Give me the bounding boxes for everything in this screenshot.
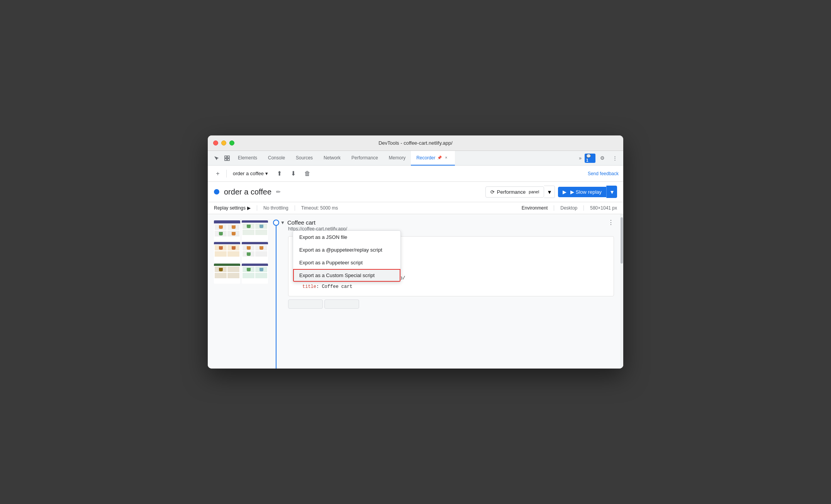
titlebar: DevTools - coffee-cart.netlify.app/: [208, 135, 623, 151]
screenshot-3[interactable]: [214, 242, 240, 262]
tab-performance[interactable]: Performance: [346, 151, 383, 166]
performance-panel-dropdown-button[interactable]: ▾: [544, 186, 555, 198]
inspect-icon[interactable]: [222, 153, 232, 164]
svg-rect-1: [227, 156, 229, 158]
recording-name: order a coffee: [233, 171, 264, 176]
settings-divider: [257, 205, 257, 211]
scrollbar[interactable]: [620, 214, 623, 369]
upload-icon: ⬆: [277, 170, 282, 177]
play-icon: ▶: [563, 189, 566, 195]
devtools-window: DevTools - coffee-cart.netlify.app/ Elem…: [208, 135, 623, 369]
export-button[interactable]: ⬆: [274, 168, 285, 179]
close-button[interactable]: [213, 140, 218, 145]
settings-divider-2: [295, 205, 295, 211]
env-divider: [554, 205, 554, 211]
settings-arrow-icon: ▶: [247, 205, 251, 211]
screenshot-panel: [208, 214, 270, 369]
tab-close-button[interactable]: ×: [443, 155, 449, 161]
delete-button[interactable]: 🗑: [302, 168, 313, 179]
export-json-item[interactable]: Export as a JSON file: [293, 231, 400, 244]
plus-icon: +: [216, 170, 219, 177]
export-custom-special-item[interactable]: Export as a Custom Special script: [293, 269, 400, 282]
trash-icon: 🗑: [304, 170, 310, 177]
timeline-dot: [273, 220, 279, 226]
svg-rect-3: [227, 159, 229, 161]
tabs-list: Elements Console Sources Network Perform…: [232, 151, 576, 166]
step-header-row: ▼ Coffee cart ⋮: [280, 219, 614, 226]
step-title: Coffee cart: [287, 219, 315, 226]
tab-console[interactable]: Console: [263, 151, 290, 166]
slow-replay-dropdown-button[interactable]: ▾: [606, 186, 617, 198]
scrollbar-thumb: [621, 217, 623, 264]
devtools-tabs-bar: Elements Console Sources Network Perform…: [208, 151, 623, 166]
import-button[interactable]: ⬇: [288, 168, 299, 179]
recording-dot: [214, 189, 219, 194]
main-content: ▼ Coffee cart ⋮ https://coffee-cart.netl…: [208, 214, 623, 369]
code-line-6: title: Coffee cart: [295, 283, 607, 291]
minimize-button[interactable]: [221, 140, 226, 145]
performance-panel-button[interactable]: ⟳ Performance panel: [485, 186, 544, 198]
recording-actions: ⟳ Performance panel ▾ ▶ ▶ Slow replay ▾: [485, 186, 617, 198]
timeline-line: [276, 221, 276, 369]
recording-header: order a coffee ✏ ⟳ Performance panel ▾ ▶…: [208, 182, 623, 202]
recording-title: order a coffee: [224, 188, 271, 196]
tab-sources[interactable]: Sources: [290, 151, 318, 166]
step-action-btn-1[interactable]: [288, 299, 323, 309]
more-icon: ⋮: [612, 155, 617, 161]
env-value: Desktop: [560, 205, 577, 211]
step-action-btn-2[interactable]: [324, 299, 359, 309]
add-recording-button[interactable]: +: [212, 168, 223, 179]
screenshot-5[interactable]: [214, 264, 240, 284]
settings-row: Replay settings ▶ No throttling Timeout:…: [208, 202, 623, 214]
settings-button[interactable]: ⚙: [597, 153, 608, 164]
recorder-toolbar: + order a coffee ▾ ⬆ ⬇ 🗑 Send feedback: [208, 166, 623, 182]
step-more-button[interactable]: ⋮: [608, 219, 614, 226]
export-puppeteer-script-item[interactable]: Export as a Puppeteer script: [293, 256, 400, 269]
chevron-down-icon: ▾: [611, 188, 614, 196]
feedback-badge: 💬 1: [585, 154, 595, 163]
feedback-button[interactable]: 💬 1: [585, 153, 595, 164]
tab-network[interactable]: Network: [318, 151, 346, 166]
collapse-icon[interactable]: ▼: [280, 220, 285, 225]
screenshot-1[interactable]: [214, 220, 240, 240]
refresh-icon: ⟳: [490, 189, 495, 195]
timeout-value: Timeout: 5000 ms: [301, 205, 338, 211]
more-button[interactable]: ⋮: [609, 153, 620, 164]
tab-recorder[interactable]: Recorder 📌 ×: [411, 151, 455, 166]
tabs-overflow-button[interactable]: »: [576, 156, 585, 161]
download-icon: ⬇: [291, 170, 296, 177]
env-size: 580×1041 px: [590, 205, 617, 211]
screenshot-2[interactable]: [242, 220, 268, 240]
send-feedback-link[interactable]: Send feedback: [588, 171, 619, 176]
window-title: DevTools - coffee-cart.netlify.app/: [378, 140, 453, 146]
replay-settings-label[interactable]: Replay settings ▶: [214, 205, 251, 211]
env-size-divider: [583, 205, 584, 211]
screenshot-4[interactable]: [242, 242, 268, 262]
gear-icon: ⚙: [600, 155, 605, 161]
maximize-button[interactable]: [229, 140, 234, 145]
recording-selector[interactable]: order a coffee ▾: [230, 169, 271, 178]
chevron-down-icon: ▾: [548, 188, 551, 196]
screenshot-6[interactable]: [242, 264, 268, 284]
svg-rect-2: [225, 159, 227, 161]
svg-rect-0: [225, 156, 227, 158]
chevron-down-icon: ▾: [265, 171, 268, 176]
toolbar-divider: [226, 170, 227, 178]
export-dropdown-menu: Export as a JSON file Export as a @puppe…: [293, 230, 401, 282]
export-puppeteer-replay-item[interactable]: Export as a @puppeteer/replay script: [293, 244, 400, 256]
cursor-icon[interactable]: [211, 153, 222, 164]
edit-icon[interactable]: ✏: [276, 189, 281, 195]
step-actions: [288, 299, 614, 309]
tabs-actions: 💬 1 ⚙ ⋮: [585, 153, 620, 164]
throttling-value: No throttling: [263, 205, 288, 211]
tab-memory[interactable]: Memory: [383, 151, 411, 166]
slow-replay-button[interactable]: ▶ ▶ Slow replay: [558, 187, 606, 197]
screenshot-grid: [214, 220, 263, 284]
pin-icon: 📌: [437, 156, 442, 160]
environment-label: Environment: [522, 205, 548, 211]
tab-elements[interactable]: Elements: [232, 151, 263, 166]
traffic-lights: [213, 140, 234, 145]
environment-section: Environment Desktop 580×1041 px: [522, 205, 617, 211]
